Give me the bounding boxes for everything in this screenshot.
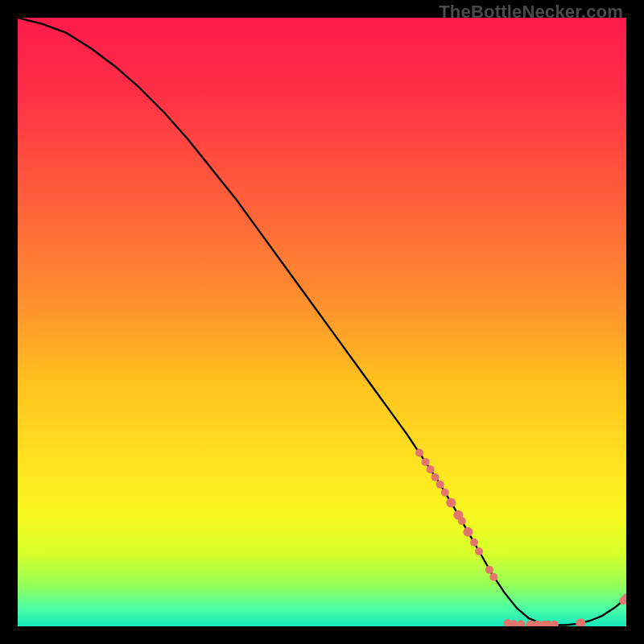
scatter-marker: [463, 527, 473, 537]
scatter-marker: [431, 473, 440, 481]
scatter-marker: [489, 573, 497, 581]
plot-area: [18, 18, 626, 626]
scatter-marker: [470, 539, 478, 547]
scatter-marker: [446, 498, 456, 508]
scatter-marker: [415, 449, 423, 457]
chart-svg: [18, 18, 626, 626]
scatter-marker: [475, 547, 483, 555]
scatter-marker: [485, 566, 493, 574]
scatter-marker: [436, 481, 444, 489]
scatter-marker: [458, 517, 466, 525]
scatter-marker: [427, 465, 435, 473]
chart-stage: TheBottleNecker.com: [0, 0, 644, 644]
scatter-marker: [441, 489, 449, 497]
gradient-background: [18, 18, 626, 626]
scatter-marker: [422, 458, 430, 466]
